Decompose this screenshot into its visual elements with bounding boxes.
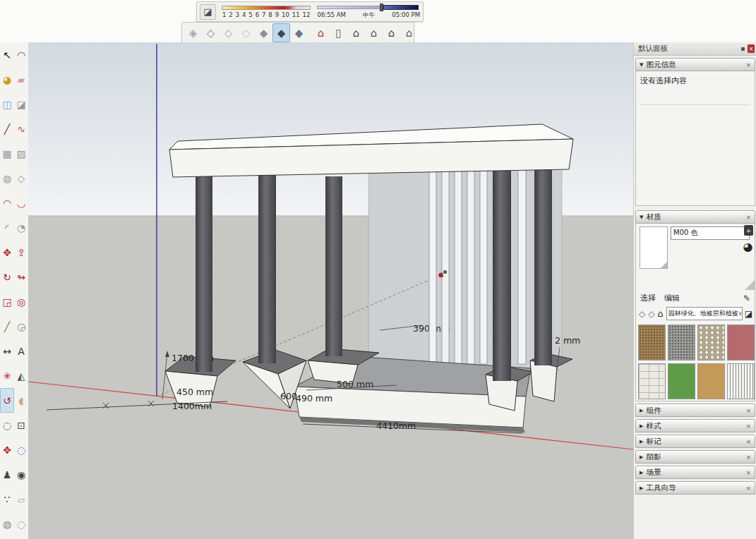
dimension-tool[interactable]: ↔ [0, 339, 14, 363]
material-category-dropdown[interactable]: 园林绿化、地被层和植被 ∨ [666, 307, 743, 320]
position-camera-tool[interactable]: ♟ [0, 462, 14, 487]
axes-tool[interactable]: ✳ [0, 363, 14, 388]
material-swatch-gravel-brown[interactable] [638, 325, 666, 361]
time-track-am[interactable] [317, 6, 380, 9]
time-track-pm[interactable] [383, 5, 419, 10]
zoom-window-tool[interactable]: ⊡ [14, 413, 28, 437]
two-point-arc-tool[interactable]: ◠ [0, 190, 14, 215]
view-front-icon[interactable]: ⌂ [347, 23, 365, 42]
lasso-select-tool[interactable]: ◠ [14, 42, 28, 67]
make-component-tool[interactable]: ◫ [0, 92, 14, 116]
scale-tool[interactable]: ◲ [0, 289, 14, 314]
material-swatch-pavers-white[interactable] [638, 363, 666, 399]
tool-partial-2-tool[interactable]: ◌ [14, 511, 28, 536]
face-style-back-edges-icon[interactable]: ◇ [202, 23, 220, 42]
text-tool[interactable]: A [14, 339, 28, 363]
material-swatch-pebbles[interactable] [697, 325, 725, 361]
shadow-toggle-icon[interactable]: ◪ [200, 4, 216, 20]
polygon-tool[interactable]: ◇ [14, 166, 28, 190]
face-style-xray-icon[interactable]: ◈ [184, 23, 202, 42]
rotate-tool[interactable]: ↻ [0, 265, 14, 289]
material-swatch-grass-green[interactable] [668, 363, 695, 399]
tape-measure-tool[interactable]: ╱ [0, 314, 14, 339]
circle-tool[interactable]: ◍ [0, 166, 14, 190]
move-tool[interactable]: ✥ [0, 240, 14, 265]
section-components-header[interactable]: ▶组件× [635, 404, 755, 417]
section-styles-header[interactable]: ▶样式× [635, 419, 755, 432]
tray-titlebar[interactable]: 默认面板 × [634, 42, 756, 56]
material-swatch-brick-rose[interactable] [727, 325, 755, 361]
rectangle-tool[interactable]: ▦ [0, 141, 14, 166]
material-swatch-gravel-gray[interactable] [668, 325, 695, 361]
materials-close-icon[interactable]: × [745, 214, 751, 221]
tool-partial-1-tool[interactable]: ◍ [0, 511, 14, 536]
details-icon[interactable]: ◪ [745, 309, 752, 319]
section-plane-tool[interactable]: ▱ [14, 487, 28, 511]
offset-tool[interactable]: ◎ [14, 289, 28, 314]
section-tags-header[interactable]: ▶标记× [635, 435, 755, 448]
pin-icon[interactable] [741, 47, 745, 51]
forward-icon[interactable]: ◇ [648, 309, 654, 319]
section-tags-close-icon[interactable]: × [745, 438, 751, 445]
rotated-rectangle-tool[interactable]: ▨ [14, 141, 28, 166]
entity-info-header[interactable]: ▼ 图元信息 × [635, 58, 755, 71]
zoom-extents-tool[interactable]: ✥ [0, 437, 14, 462]
section-shadows-close-icon[interactable]: × [745, 454, 751, 461]
section-scenes-close-icon[interactable]: × [745, 469, 751, 476]
pan-tool[interactable]: ◖ [14, 388, 28, 413]
face-style-shaded-icon[interactable]: ◆ [255, 23, 272, 42]
select-tool[interactable]: ↖ [0, 42, 14, 67]
create-material-icon[interactable]: + [744, 225, 753, 236]
three-point-arc-tool[interactable]: ◜ [0, 215, 14, 240]
section-scenes-header[interactable]: ▶场景× [635, 466, 755, 479]
display-pane-icon[interactable]: ◕ [742, 241, 754, 253]
paint-bucket-tool[interactable]: ◕ [0, 67, 14, 92]
materials-header[interactable]: ▼ 材质 × [635, 210, 755, 224]
tag-tool[interactable]: ◪ [14, 92, 28, 116]
orbit-tool[interactable]: ↺ [0, 388, 14, 413]
previous-tool[interactable]: ◌ [14, 437, 28, 462]
protractor-tool[interactable]: ◶ [14, 314, 28, 339]
push-pull-tool[interactable]: ⇪ [14, 240, 28, 265]
material-swatch-fence-white[interactable] [727, 363, 755, 399]
shadow-time-slider[interactable]: 06:55 AM 中午 05:00 PM [317, 4, 420, 20]
material-swatch-ground-tan[interactable] [697, 363, 725, 399]
face-style-hidden-line-icon[interactable]: ◇ [237, 23, 255, 42]
face-style-monochrome-icon[interactable]: ◆ [290, 23, 308, 42]
section-styles-close-icon[interactable]: × [745, 423, 751, 430]
view-right-icon[interactable]: ⌂ [365, 23, 383, 42]
follow-me-tool[interactable]: ↬ [14, 265, 28, 289]
section-components-close-icon[interactable]: × [745, 407, 751, 414]
section-instructor-close-icon[interactable]: × [745, 485, 751, 492]
tray-close-button[interactable]: × [748, 44, 755, 53]
model-viewport[interactable]: 390 mm 1700 mm [28, 42, 633, 539]
view-back-icon[interactable]: ⌂ [383, 23, 400, 42]
walk-tool[interactable]: ∵ [0, 487, 14, 511]
section-instructor-header[interactable]: ▶工具向导× [635, 481, 755, 495]
tab-edit[interactable]: 编辑 [664, 293, 680, 303]
eraser-tool[interactable]: ▰ [14, 67, 28, 92]
line-tool[interactable]: ╱ [0, 116, 14, 141]
face-style-wireframe-icon[interactable]: ◇ [220, 23, 237, 42]
month-label: 1 [222, 11, 226, 18]
3d-text-tool[interactable]: ◭ [14, 363, 28, 388]
zoom-tool[interactable]: ◌ [0, 413, 14, 437]
view-left-icon[interactable]: ⌂ [400, 23, 418, 42]
viewport-canvas[interactable]: 390 mm 1700 mm [28, 42, 633, 539]
entity-info-close-icon[interactable]: × [745, 61, 751, 68]
view-top-icon[interactable]: ▯ [330, 23, 347, 42]
material-name-field[interactable]: M00 色 [671, 226, 750, 240]
look-around-tool[interactable]: ◉ [14, 462, 28, 487]
month-gradient-track[interactable] [222, 6, 311, 10]
view-iso-icon[interactable]: ⌂ [312, 23, 330, 42]
sample-paint-icon[interactable]: ✎ [743, 293, 750, 303]
freehand-tool[interactable]: ∿ [14, 116, 28, 141]
home-icon[interactable]: ⌂ [657, 308, 663, 319]
pie-tool[interactable]: ◔ [14, 215, 28, 240]
face-style-shaded-textures-icon[interactable]: ◆ [272, 23, 290, 42]
back-icon[interactable]: ◇ [639, 309, 645, 319]
section-shadows-header[interactable]: ▶阴影× [635, 450, 755, 464]
shadow-month-slider[interactable]: 123456789101112 [222, 6, 311, 18]
arc-tool[interactable]: ◡ [14, 190, 28, 215]
tab-select[interactable]: 选择 [640, 293, 656, 303]
